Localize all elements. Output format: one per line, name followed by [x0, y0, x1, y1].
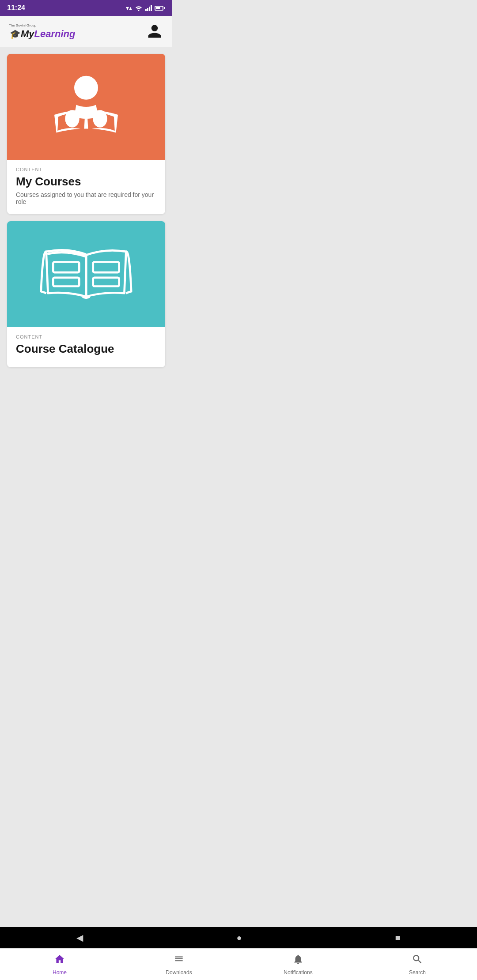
logo-my-text: My [21, 28, 34, 40]
my-courses-description: Courses assigned to you that are require… [16, 191, 156, 205]
battery-icon [155, 6, 165, 11]
my-courses-label: CONTENT [16, 167, 156, 172]
svg-point-1 [74, 76, 98, 100]
book-icon [38, 230, 135, 318]
course-catalogue-body: CONTENT Course Catalogue [7, 327, 165, 367]
profile-button[interactable] [146, 23, 163, 40]
main-content: CONTENT My Courses Courses assigned to y… [0, 47, 172, 427]
person-icon [147, 23, 163, 39]
reading-person-icon [46, 67, 126, 147]
svg-rect-4 [53, 262, 79, 273]
my-courses-card[interactable]: CONTENT My Courses Courses assigned to y… [7, 54, 165, 214]
my-courses-body: CONTENT My Courses Courses assigned to y… [7, 160, 165, 214]
app-header: The Sovini Group 🎓 My Learning [0, 16, 172, 47]
svg-rect-5 [53, 278, 79, 286]
wifi-icon: ▾▴ [126, 4, 132, 11]
logo-top-text: The Sovini Group [9, 23, 75, 27]
svg-rect-7 [93, 278, 119, 286]
status-time: 11:24 [7, 4, 25, 12]
my-courses-image [7, 54, 165, 160]
course-catalogue-image [7, 221, 165, 327]
wifi-icon [135, 5, 143, 11]
logo-brand: 🎓 My Learning [9, 28, 75, 40]
svg-point-0 [138, 10, 140, 11]
course-catalogue-card[interactable]: CONTENT Course Catalogue [7, 221, 165, 367]
status-bar: 11:24 ▾▴ [0, 0, 172, 16]
my-courses-title: My Courses [16, 175, 156, 188]
logo: The Sovini Group 🎓 My Learning [9, 23, 75, 40]
status-icons: ▾▴ [126, 4, 165, 11]
course-catalogue-label: CONTENT [16, 334, 156, 339]
logo-cap-icon: 🎓 [10, 29, 21, 39]
logo-learning-text: Learning [34, 28, 76, 40]
svg-rect-6 [93, 262, 119, 273]
signal-icon [145, 5, 152, 11]
course-catalogue-title: Course Catalogue [16, 342, 156, 356]
